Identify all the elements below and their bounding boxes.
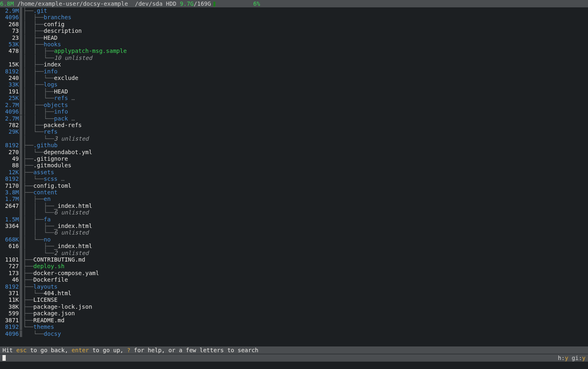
tree-row[interactable]: 268│ ├──config [0, 21, 588, 27]
scrollbar-track[interactable] [20, 317, 22, 323]
tree-row[interactable]: 25K│ │ └──refs … [0, 95, 588, 101]
folder-name[interactable]: .github [33, 142, 57, 148]
file-name[interactable]: index [44, 61, 61, 68]
tree-row[interactable]: 29K│ └──refs [0, 128, 588, 135]
file-name[interactable]: description [44, 27, 82, 34]
scrollbar-track[interactable] [20, 55, 22, 61]
folder-name[interactable]: branches [44, 14, 71, 20]
tree-row[interactable]: │ └──2 unlisted [0, 250, 588, 256]
scrollbar-track[interactable] [20, 142, 22, 148]
scrollbar-track[interactable] [20, 250, 22, 256]
tree-row[interactable]: 3871├──README.md [0, 317, 588, 323]
scrollbar-track[interactable] [20, 128, 22, 135]
scrollbar-track[interactable] [20, 263, 22, 269]
tree-row[interactable]: │ │ └──6 unlisted [0, 209, 588, 216]
scrollbar-track[interactable] [20, 41, 22, 48]
file-name[interactable]: HEAD [44, 34, 58, 41]
tree-row[interactable]: 11K├──LICENSE [0, 296, 588, 303]
scrollbar-track[interactable] [20, 122, 22, 128]
file-name[interactable]: .gitignore [33, 155, 68, 162]
scrollbar-track[interactable] [20, 203, 22, 209]
input-bar[interactable]: h:y gi:y [0, 354, 588, 362]
file-name[interactable]: docker-compose.yaml [33, 270, 99, 276]
folder-name[interactable]: docsy [44, 330, 61, 337]
folder-name[interactable]: fa [44, 216, 51, 223]
file-name[interactable]: config.toml [33, 182, 71, 189]
scrollbar-track[interactable] [20, 81, 22, 88]
scrollbar-track[interactable] [20, 243, 22, 249]
tree-row[interactable]: │ │ └──6 unlisted [0, 229, 588, 236]
tree-row[interactable]: 33K│ ├──logs [0, 81, 588, 88]
scrollbar-track[interactable] [20, 310, 22, 317]
folder-name[interactable]: scss [44, 175, 58, 182]
tree-row[interactable]: 478│ │ ├──applypatch-msg.sample [0, 48, 588, 54]
folder-name[interactable]: .git [33, 7, 47, 14]
scrollbar-track[interactable] [20, 256, 22, 263]
file-name[interactable]: .gitmodules [33, 162, 71, 169]
file-name[interactable]: package.json [33, 310, 75, 317]
scrollbar-track[interactable] [20, 175, 22, 182]
scrollbar-track[interactable] [20, 303, 22, 310]
scrollbar-track[interactable] [20, 270, 22, 276]
folder-name[interactable]: en [44, 196, 51, 202]
tree-row[interactable]: 8192├──.github [0, 142, 588, 148]
tree-row[interactable]: 2.7M│ │ └──pack … [0, 115, 588, 122]
scrollbar-track[interactable] [20, 48, 22, 54]
scrollbar-track[interactable] [20, 135, 22, 142]
folder-name[interactable]: hooks [44, 41, 61, 48]
file-name[interactable]: dependabot.yml [44, 149, 92, 155]
file-name[interactable]: _index.html [54, 203, 92, 209]
scrollbar-track[interactable] [20, 155, 22, 162]
file-name[interactable]: deploy.sh [33, 263, 64, 269]
file-name[interactable]: _index.html [54, 223, 92, 229]
tree-row[interactable]: │ │ └──10 unlisted [0, 55, 588, 61]
tree-row[interactable]: 3.8M├──content [0, 189, 588, 196]
folder-name[interactable]: info [44, 68, 58, 75]
file-name[interactable]: 404.html [44, 290, 71, 296]
scrollbar-track[interactable] [20, 21, 22, 27]
folder-name[interactable]: content [33, 189, 57, 196]
tree-row[interactable]: 53K│ ├──hooks [0, 41, 588, 48]
tree-row[interactable]: 668K│ └──no [0, 236, 588, 243]
tree-row[interactable]: 599├──package.json [0, 310, 588, 317]
tree-row[interactable]: 616│ ├──_index.html [0, 243, 588, 249]
tree-row[interactable]: 88├──.gitmodules [0, 162, 588, 169]
file-name[interactable]: packed-refs [44, 122, 82, 128]
scrollbar-track[interactable] [20, 196, 22, 202]
tree-row[interactable]: 73│ ├──description [0, 27, 588, 34]
tree-row[interactable]: 173├──docker-compose.yaml [0, 270, 588, 276]
scrollbar-track[interactable] [20, 236, 22, 243]
scrollbar-track[interactable] [20, 75, 22, 81]
folder-name[interactable]: logs [44, 81, 58, 88]
scrollbar-track[interactable] [20, 68, 22, 75]
file-tree[interactable]: 2.9M├──.git4096│ ├──branches268│ ├──conf… [0, 7, 588, 337]
scrollbar-track[interactable] [20, 95, 22, 101]
file-name[interactable]: _index.html [54, 243, 92, 249]
file-name[interactable]: package-lock.json [33, 303, 92, 310]
tree-row[interactable]: 23│ ├──HEAD [0, 34, 588, 41]
scrollbar-track[interactable] [20, 323, 22, 330]
tree-row[interactable]: 371│ └──404.html [0, 290, 588, 296]
scrollbar-track[interactable] [20, 209, 22, 216]
tree-row[interactable]: 1.5M│ ├──fa [0, 216, 588, 223]
scrollbar-track[interactable] [20, 14, 22, 20]
scrollbar-track[interactable] [20, 7, 22, 14]
tree-row[interactable]: 4096│ │ ├──info [0, 108, 588, 115]
tree-row[interactable]: 8192├──layouts [0, 283, 588, 290]
folder-name[interactable]: themes [33, 323, 54, 330]
folder-name[interactable]: refs [54, 95, 68, 101]
file-name[interactable]: Dockerfile [33, 276, 68, 283]
scrollbar-track[interactable] [20, 102, 22, 108]
scrollbar-track[interactable] [20, 61, 22, 68]
tree-row[interactable]: 4096│ ├──branches [0, 14, 588, 20]
scrollbar-track[interactable] [20, 108, 22, 115]
tree-row[interactable]: 4096 └──docsy [0, 330, 588, 337]
tree-row[interactable]: 2.7M│ ├──objects [0, 102, 588, 108]
folder-name[interactable]: no [44, 236, 51, 243]
tree-row[interactable]: 49├──.gitignore [0, 155, 588, 162]
folder-name[interactable]: pack [54, 115, 68, 122]
scrollbar-track[interactable] [20, 229, 22, 236]
folder-name[interactable]: refs [44, 128, 58, 135]
scrollbar-track[interactable] [20, 182, 22, 189]
scrollbar-track[interactable] [20, 115, 22, 122]
